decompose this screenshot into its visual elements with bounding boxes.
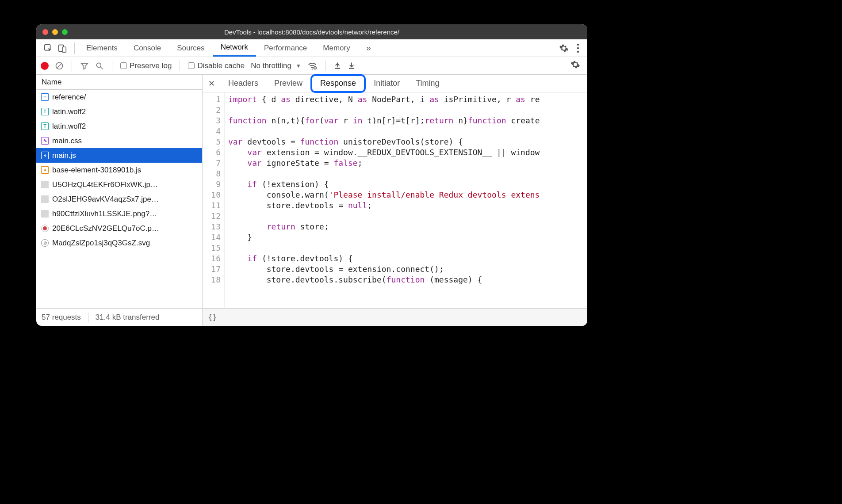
request-row[interactable]: O2slJEHG9avKV4aqzSx7.jpe… [36, 192, 202, 206]
import-har-icon[interactable] [333, 62, 341, 70]
close-window-button[interactable] [42, 29, 48, 35]
request-list-footer: 57 requests 31.4 kB transferred [36, 308, 202, 326]
throttling-dropdown[interactable]: No throttling ▼ [251, 61, 301, 70]
separator [112, 61, 112, 71]
panel-tab-elements[interactable]: Elements [78, 39, 126, 57]
img-file-icon [41, 181, 49, 188]
request-name: O2slJEHG9avKV4aqzSx7.jpe… [52, 195, 159, 204]
record-button[interactable] [41, 62, 49, 70]
svg-point-8 [96, 63, 101, 67]
search-icon[interactable] [95, 61, 104, 70]
titlebar: DevTools - localhost:8080/docs/devtools/… [36, 24, 587, 39]
settings-icon[interactable] [559, 43, 569, 53]
detail-tab-preview[interactable]: Preview [266, 75, 310, 92]
request-row[interactable]: h90CtfziXluvh1LSSKJE.png?… [36, 206, 202, 221]
detail-tab-response[interactable]: Response [310, 74, 366, 93]
disable-cache-checkbox[interactable]: Disable cache [188, 61, 245, 70]
disable-cache-label: Disable cache [197, 61, 245, 70]
svg-line-9 [101, 67, 103, 69]
font-file-icon: T [41, 108, 49, 115]
svg-rect-13 [349, 68, 354, 69]
request-row[interactable]: U5OHzQL4tEKFr6OFlxWK.jp… [36, 177, 202, 192]
network-body: Name ≡reference/Tlatin.woff2Tlatin.woff2… [36, 75, 587, 326]
minimize-window-button[interactable] [52, 29, 58, 35]
svg-file-icon: ⊘ [41, 239, 49, 247]
svg-point-4 [577, 47, 579, 49]
preserve-log-checkbox[interactable]: Preserve log [120, 61, 172, 70]
clear-icon[interactable] [55, 61, 64, 70]
request-name: MadqZslZpo1sj3qQ3GsZ.svg [52, 239, 150, 248]
preserve-log-label: Preserve log [130, 61, 172, 70]
separator [74, 42, 75, 54]
img-file-icon [41, 210, 49, 218]
request-name: main.js [52, 151, 76, 160]
separator [180, 61, 180, 71]
request-detail-pane: ✕ HeadersPreviewResponseInitiatorTiming … [203, 75, 587, 326]
column-header-name[interactable]: Name [36, 75, 202, 90]
detail-footer: {} [203, 308, 587, 326]
separator [72, 61, 72, 71]
panel-tabstrip: ElementsConsoleSourcesNetworkPerformance… [36, 39, 587, 57]
chevron-down-icon: ▼ [296, 63, 301, 69]
svg-rect-12 [335, 68, 340, 69]
request-row[interactable]: Tlatin.woff2 [36, 119, 202, 134]
img-file-icon [41, 195, 49, 203]
svg-point-3 [577, 43, 579, 45]
request-row[interactable]: ⊘MadqZslZpo1sj3qQ3GsZ.svg [36, 236, 202, 250]
filter-icon[interactable] [80, 61, 89, 70]
request-list: ≡reference/Tlatin.woff2Tlatin.woff2✎main… [36, 90, 202, 308]
throttling-value: No throttling [251, 61, 291, 70]
device-toolbar-icon[interactable] [57, 43, 67, 53]
request-row[interactable]: Tlatin.woff2 [36, 104, 202, 119]
doc-file-icon: ≡ [41, 93, 49, 101]
request-name: 20E6CLcSzNV2GELQu7oC.p… [52, 224, 159, 233]
transferred-size: 31.4 kB transferred [96, 313, 160, 322]
panel-tab-sources[interactable]: Sources [169, 39, 212, 57]
panel-tab-network[interactable]: Network [213, 39, 256, 57]
svg-rect-2 [62, 47, 66, 52]
window-title: DevTools - localhost:8080/docs/devtools/… [36, 28, 587, 36]
detail-tabstrip: ✕ HeadersPreviewResponseInitiatorTiming [203, 75, 587, 92]
panel-tab-console[interactable]: Console [126, 39, 169, 57]
detail-tab-initiator[interactable]: Initiator [366, 75, 408, 92]
request-list-pane: Name ≡reference/Tlatin.woff2Tlatin.woff2… [36, 75, 203, 326]
request-name: latin.woff2 [52, 122, 86, 131]
request-name: base-element-3018901b.js [52, 166, 141, 175]
js-file-icon: ⋄ [41, 166, 49, 174]
detail-tab-timing[interactable]: Timing [408, 75, 447, 92]
font-file-icon: T [41, 122, 49, 130]
inspect-element-icon[interactable] [43, 43, 53, 53]
request-row[interactable]: 20E6CLcSzNV2GELQu7oC.p… [36, 221, 202, 236]
close-detail-button[interactable]: ✕ [203, 79, 220, 88]
svg-point-10 [312, 69, 313, 69]
detail-tab-headers[interactable]: Headers [220, 75, 266, 92]
kebab-menu-icon[interactable] [577, 43, 579, 53]
request-name: U5OHzQL4tEKFr6OFlxWK.jp… [52, 180, 158, 189]
separator [88, 313, 88, 322]
request-row[interactable]: ⋄main.js [36, 148, 202, 163]
panel-tab-performance[interactable]: Performance [256, 39, 315, 57]
more-tabs-button[interactable]: » [358, 39, 379, 57]
css-file-icon: ✎ [41, 137, 49, 145]
network-toolbar: Preserve log Disable cache No throttling… [36, 57, 587, 75]
request-name: reference/ [52, 93, 86, 102]
network-conditions-icon[interactable] [307, 61, 317, 71]
request-name: latin.woff2 [52, 107, 86, 116]
code-content: import { d as directive, N as NodePart, … [225, 92, 587, 308]
request-name: h90CtfziXluvh1LSSKJE.png?… [52, 210, 157, 218]
response-code-viewer[interactable]: 1 2 3 4 5 6 7 8 9 10 11 12 13 14 15 16 1… [203, 92, 587, 308]
window-controls [42, 29, 68, 35]
request-row[interactable]: ≡reference/ [36, 90, 202, 104]
export-har-icon[interactable] [348, 62, 356, 70]
request-name: main.css [52, 137, 82, 145]
request-row[interactable]: ✎main.css [36, 134, 202, 148]
panel-tab-memory[interactable]: Memory [315, 39, 358, 57]
requests-count: 57 requests [42, 313, 81, 322]
maximize-window-button[interactable] [62, 29, 68, 35]
svg-line-7 [57, 64, 61, 68]
js-file-icon: ⋄ [41, 152, 49, 159]
network-settings-icon[interactable] [570, 60, 580, 69]
json-file-icon [41, 225, 49, 232]
pretty-print-button[interactable]: {} [208, 313, 217, 322]
request-row[interactable]: ⋄base-element-3018901b.js [36, 163, 202, 177]
